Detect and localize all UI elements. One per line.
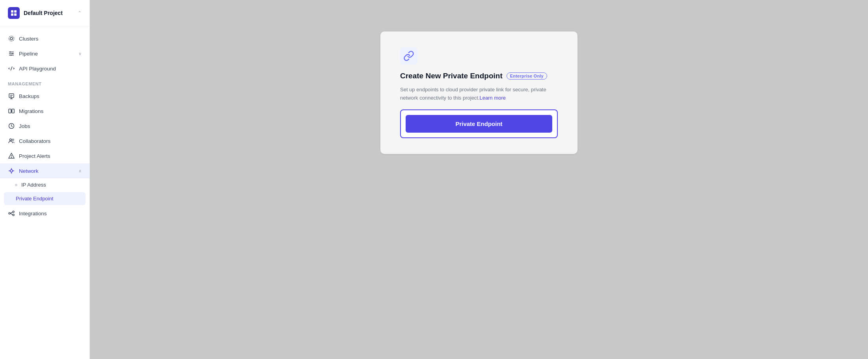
sidebar-item-migrations[interactable]: Migrations xyxy=(0,104,89,118)
pipeline-icon xyxy=(8,50,15,57)
card-button-wrapper: Private Endpoint xyxy=(400,109,558,138)
svg-rect-15 xyxy=(9,109,11,113)
card-icon xyxy=(400,47,417,65)
project-alerts-label: Project Alerts xyxy=(19,153,50,159)
svg-line-9 xyxy=(11,67,12,70)
integrations-label: Integrations xyxy=(19,211,47,217)
learn-more-link[interactable]: Learn more xyxy=(480,95,506,101)
svg-point-22 xyxy=(10,170,13,172)
private-endpoint-button[interactable]: Private Endpoint xyxy=(406,115,552,133)
svg-line-28 xyxy=(10,212,13,213)
management-section-label: Management xyxy=(0,76,89,89)
clusters-icon xyxy=(8,35,15,42)
main-content: Create New Private Endpoint Enterprise O… xyxy=(90,0,868,359)
sidebar-item-collaborators[interactable]: Collaborators xyxy=(0,133,89,148)
sidebar-item-integrations[interactable]: Integrations xyxy=(0,206,89,221)
network-label: Network xyxy=(19,168,39,174)
sidebar-nav: Clusters Pipeline ∨ xyxy=(0,26,89,359)
create-endpoint-card: Create New Private Endpoint Enterprise O… xyxy=(380,31,577,154)
svg-point-4 xyxy=(10,37,13,40)
api-playground-label: API Playground xyxy=(19,66,56,72)
collaborators-icon xyxy=(8,137,15,144)
integrations-icon xyxy=(8,210,15,217)
svg-point-25 xyxy=(9,213,10,214)
svg-point-6 xyxy=(10,52,11,53)
sidebar-item-jobs[interactable]: Jobs xyxy=(0,118,89,133)
svg-rect-2 xyxy=(11,13,13,16)
svg-point-7 xyxy=(12,53,13,54)
sidebar-item-network[interactable]: Network ∧ xyxy=(0,163,89,178)
project-chevron-icon: ⌃ xyxy=(78,10,82,16)
private-endpoint-sub-label: Private Endpoint xyxy=(16,196,53,202)
svg-point-8 xyxy=(11,55,12,56)
svg-rect-3 xyxy=(14,13,17,16)
migrations-icon xyxy=(8,107,15,115)
network-icon xyxy=(8,167,15,174)
sidebar-item-project-alerts[interactable]: Project Alerts xyxy=(0,148,89,163)
sidebar-item-api-playground[interactable]: API Playground xyxy=(0,61,89,76)
svg-rect-10 xyxy=(9,94,14,98)
svg-point-19 xyxy=(12,139,14,141)
pipeline-label: Pipeline xyxy=(19,51,38,57)
svg-rect-0 xyxy=(11,10,13,13)
jobs-icon xyxy=(8,122,15,130)
sidebar-sub-item-private-endpoint[interactable]: Private Endpoint xyxy=(4,192,86,205)
sidebar: Default Project ⌃ Clusters xyxy=(0,0,90,359)
project-selector[interactable]: Default Project ⌃ xyxy=(0,0,89,26)
ip-address-label: IP Address xyxy=(21,182,46,188)
sidebar-sub-item-ip-address[interactable]: IP Address xyxy=(0,178,89,191)
svg-point-5 xyxy=(9,36,14,41)
card-title: Create New Private Endpoint xyxy=(400,72,503,80)
enterprise-badge: Enterprise Only xyxy=(507,72,547,80)
jobs-label: Jobs xyxy=(19,123,30,129)
clusters-label: Clusters xyxy=(19,36,39,42)
project-name: Default Project xyxy=(24,10,74,16)
svg-point-21 xyxy=(11,157,12,157)
pipeline-expand-icon: ∨ xyxy=(78,51,82,56)
sidebar-item-clusters[interactable]: Clusters xyxy=(0,31,89,46)
sub-dot-icon xyxy=(15,184,17,186)
migrations-label: Migrations xyxy=(19,108,43,114)
backups-label: Backups xyxy=(19,93,39,99)
card-title-row: Create New Private Endpoint Enterprise O… xyxy=(400,72,547,80)
svg-point-18 xyxy=(10,139,12,141)
backups-icon xyxy=(8,93,15,100)
api-icon xyxy=(8,65,15,72)
sidebar-item-backups[interactable]: Backups xyxy=(0,89,89,104)
svg-line-29 xyxy=(10,213,13,215)
collaborators-label: Collaborators xyxy=(19,138,50,144)
alerts-icon xyxy=(8,152,15,159)
svg-point-27 xyxy=(13,214,14,216)
svg-rect-1 xyxy=(14,10,17,13)
project-icon xyxy=(8,7,20,19)
network-expand-icon: ∧ xyxy=(78,168,82,174)
svg-point-26 xyxy=(13,211,14,213)
card-description: Set up endpoints to cloud provider priva… xyxy=(400,86,558,102)
sidebar-item-pipeline[interactable]: Pipeline ∨ xyxy=(0,46,89,61)
